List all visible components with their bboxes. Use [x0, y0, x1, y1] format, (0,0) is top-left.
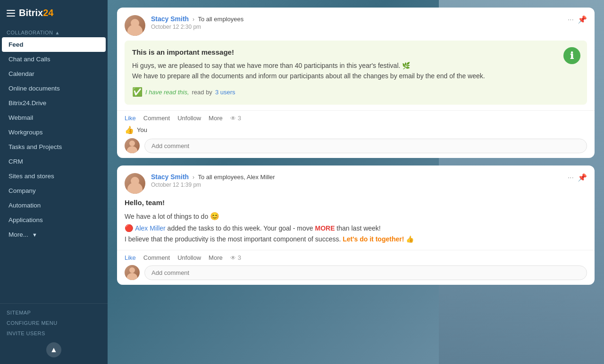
comment-input[interactable] [144, 139, 587, 153]
post-time: October 12 1:39 pm [151, 182, 562, 188]
comment-avatar [125, 138, 140, 153]
more-button[interactable]: More [209, 254, 223, 261]
post-author[interactable]: Stacy Smith [151, 173, 189, 181]
sidebar-item-online-docs[interactable]: Online documents [2, 81, 106, 96]
avatar [125, 15, 145, 36]
smile-emoji: 😊 [210, 212, 219, 220]
more-button[interactable]: More [209, 115, 223, 122]
comment-button[interactable]: Comment [143, 254, 170, 261]
sidebar-item-label: Applications [8, 216, 43, 223]
post-body: Hello, team! We have a lot of things to … [117, 199, 595, 250]
hamburger-menu[interactable] [7, 10, 15, 17]
alert-icon: 🔴 [125, 224, 134, 232]
logo-name: Bitrix [19, 8, 43, 18]
comment-avatar [125, 265, 140, 280]
views-count: 👁 3 [230, 115, 241, 122]
sidebar-item-label: Calendar [8, 70, 34, 77]
sidebar-item-webmail[interactable]: Webmail [2, 110, 106, 125]
sidebar-item-label: Workgroups [8, 129, 43, 136]
sidebar-bottom: SITEMAP CONFIGURE MENU INVITE USERS ▲ [0, 303, 108, 364]
sidebar-item-tasks[interactable]: Tasks and Projects [2, 140, 106, 154]
views-number: 3 [238, 115, 241, 122]
highlight-more: MORE [315, 224, 335, 232]
eye-icon: 👁 [230, 115, 236, 122]
like-button[interactable]: Like [125, 254, 136, 261]
comment-button[interactable]: Comment [143, 115, 170, 122]
post-author-line: Stacy Smith › To all employees, Alex Mil… [151, 173, 562, 181]
unfollow-button[interactable]: Unfollow [177, 115, 201, 122]
arrow-icon: › [193, 174, 196, 181]
sidebar-item-crm[interactable]: CRM [2, 154, 106, 169]
post-footer: Like Comment Unfollow More 👁 3 [117, 250, 595, 285]
sitemap-link[interactable]: SITEMAP [0, 307, 108, 318]
pin-icon[interactable]: 📌 [578, 173, 587, 182]
post-text: We have a lot of things to do 😊 🔴 Alex M… [125, 210, 587, 244]
sidebar-item-company[interactable]: Company [2, 183, 106, 198]
sidebar-item-label: CRM [8, 158, 23, 165]
important-title: This is an important message! [132, 48, 579, 56]
views-count: 👁 3 [230, 254, 241, 261]
read-text[interactable]: I have read this, [145, 89, 189, 96]
sidebar-item-calendar[interactable]: Calendar [2, 66, 106, 81]
body-text-4: I believe that the productivity is the m… [125, 235, 341, 243]
post-footer-actions: Like Comment Unfollow More 👁 3 [125, 115, 587, 122]
mention-alex[interactable]: Alex Miller [135, 224, 166, 232]
read-confirm: ✅ I have read this, read by 3 users [132, 87, 579, 97]
pin-icon[interactable]: 📌 [578, 15, 587, 24]
ellipsis-icon[interactable]: ··· [568, 16, 574, 24]
post-meta: Stacy Smith › To all employees, Alex Mil… [151, 173, 562, 188]
post-header: Stacy Smith › To all employees October 1… [117, 8, 595, 41]
sidebar-item-label: Online documents [8, 85, 60, 92]
sidebar: Bitrix24 Collaboration ▲ Feed Chat and C… [0, 0, 108, 364]
unfollow-button[interactable]: Unfollow [177, 254, 201, 261]
views-number: 3 [238, 254, 241, 261]
sidebar-item-sites[interactable]: Sites and stores [2, 169, 106, 183]
sidebar-item-label: Company [8, 187, 36, 194]
chevron-up-icon: ▲ [55, 30, 59, 35]
sidebar-item-chat-calls[interactable]: Chat and Calls [2, 52, 106, 66]
read-count[interactable]: 3 users [215, 89, 235, 96]
sidebar-section[interactable]: Collaboration ▲ [0, 25, 108, 37]
sidebar-item-label: Automation [8, 202, 41, 209]
sidebar-item-drive[interactable]: Bitrix24.Drive [2, 96, 106, 110]
comment-row [125, 138, 587, 153]
post-header: Stacy Smith › To all employees, Alex Mil… [117, 165, 595, 199]
configure-menu-link[interactable]: CONFIGURE MENU [0, 318, 108, 328]
important-body: Hi guys, we are pleased to say that we h… [132, 61, 579, 81]
post-card: Stacy Smith › To all employees, Alex Mil… [117, 165, 595, 285]
post-author[interactable]: Stacy Smith [151, 15, 189, 23]
thumbs-up-icon: 👍 [125, 125, 134, 134]
post-top-actions: ··· 📌 [568, 173, 587, 182]
comment-row [125, 265, 587, 280]
sidebar-item-applications[interactable]: Applications [2, 213, 106, 227]
sidebar-item-label: Chat and Calls [8, 56, 50, 63]
avatar [125, 173, 145, 194]
logo-number: 24 [43, 8, 53, 18]
important-message-box: This is an important message! Hi guys, w… [125, 41, 587, 105]
sidebar-item-more[interactable]: More... ▼ [2, 227, 106, 242]
section-label: Collaboration [7, 30, 53, 35]
sidebar-item-label: Webmail [8, 114, 33, 121]
sidebar-item-workgroups[interactable]: Workgroups [2, 125, 106, 140]
comment-input[interactable] [144, 265, 587, 280]
sidebar-item-feed[interactable]: Feed [2, 37, 106, 52]
sidebar-item-label: Sites and stores [8, 173, 54, 180]
important-body-1: Hi guys, we are pleased to say that we h… [132, 62, 400, 69]
post-footer: Like Comment Unfollow More 👁 3 👍 You [117, 110, 595, 158]
invite-users-link[interactable]: INVITE USERS [0, 328, 108, 339]
body-text-2: added the tasks to do this week. Your go… [168, 224, 313, 232]
ellipsis-icon[interactable]: ··· [568, 174, 574, 182]
sidebar-item-label: Feed [8, 41, 24, 48]
app-name: Bitrix24 [19, 8, 53, 18]
likes-row: 👍 You [125, 125, 587, 134]
sidebar-item-automation[interactable]: Automation [2, 198, 106, 213]
post-time: October 12 2:30 pm [151, 24, 562, 30]
like-button[interactable]: Like [125, 115, 136, 122]
sidebar-item-label: Bitrix24.Drive [8, 99, 46, 107]
check-icon: ✅ [132, 87, 143, 97]
post-recipient: To all employees, Alex Miller [198, 174, 275, 181]
sidebar-item-label: Tasks and Projects [8, 143, 62, 150]
post-top-actions: ··· 📌 [568, 15, 587, 24]
scroll-up-button[interactable]: ▲ [46, 342, 61, 357]
sidebar-item-label: More... [8, 231, 28, 238]
